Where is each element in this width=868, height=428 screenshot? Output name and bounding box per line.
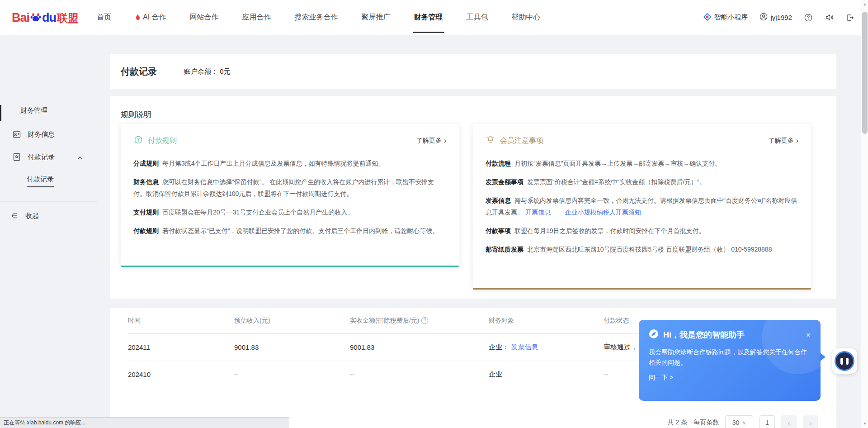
compass-icon [649, 329, 659, 341]
next-page-button[interactable]: › [803, 415, 818, 428]
member-notice-icon [486, 135, 495, 147]
cell-finance-object: 企业 [489, 370, 604, 379]
invoice-info-table-link[interactable]: 发票信息 [511, 343, 538, 351]
flame-icon [135, 14, 141, 23]
payment-rules-card-header: 付款规则 了解更多 › [133, 135, 446, 147]
rules-section-title: 规则说明 [121, 109, 151, 120]
nav-item-website-cooperation[interactable]: 网站合作 [178, 0, 231, 35]
sidebar-item-payment-records[interactable]: 付款记录 [0, 152, 97, 162]
announcement-sound-icon[interactable] [825, 13, 834, 22]
main-nav: 首页 AI 合作 网站合作 应用合作 搜索业务合作 聚屏推广 财务管理 工具包 … [85, 0, 552, 35]
ask-now-link[interactable]: 问一下 > [649, 374, 811, 382]
sidebar-divider [0, 201, 97, 202]
nav-item-help-center[interactable]: 帮助中心 [500, 0, 552, 35]
page-size-select[interactable]: 30 ∨ [725, 415, 753, 428]
member-notice-card-header: 会员注意事项 了解更多 › [486, 135, 798, 147]
baidu-union-logo[interactable]: Bai du 联盟 [12, 10, 79, 25]
nav-item-home[interactable]: 首页 [85, 0, 123, 35]
scroll-up-arrow[interactable]: ▲ [861, 2, 868, 6]
finance-info-icon [12, 130, 21, 139]
browser-scrollbar[interactable]: ▲ ▼ [861, 0, 868, 428]
status-text: 正在等待 xlab.baidu.com 的响应... [4, 419, 85, 426]
assistant-popup-tail [820, 352, 826, 361]
rule-row: 支付规则百度联盟会在每月20号—31号支付企业会员上个自然月产生的收入。 [133, 206, 446, 218]
cell-actual: -- [350, 371, 489, 378]
payment-records-icon [12, 152, 21, 162]
nav-item-toolkit[interactable]: 工具包 [455, 0, 500, 35]
logo-text-du: du [42, 11, 56, 25]
logo-text-union: 联盟 [57, 11, 79, 25]
smart-miniprogram-link[interactable]: 智能小程序 [703, 13, 748, 22]
assistant-robot-avatar[interactable] [832, 348, 857, 374]
payment-rules-more-link[interactable]: 了解更多 › [416, 137, 446, 145]
rule-row: 付款流程月初按“发票信息”页面开具发票→上传发票→邮寄发票→审核→确认支付。 [486, 157, 798, 169]
scroll-down-arrow[interactable]: ▼ [861, 422, 868, 426]
question-circle-icon[interactable]: ? [421, 317, 428, 324]
chevron-right-icon: › [796, 137, 798, 144]
page-size-label: 每页条数 [693, 418, 719, 427]
chevron-right-icon: › [444, 137, 446, 144]
cell-finance-object: 企业： 发票信息 [489, 343, 604, 352]
user-account[interactable]: jyj1992 [760, 13, 792, 22]
prev-page-button[interactable]: ‹ [781, 415, 797, 428]
nav-item-screen-promotion[interactable]: 聚屏推广 [350, 0, 402, 35]
rules-panel: 规则说明 付款规则 了解更多 › 分成规则每月第3或4个工作日产出上月分成信息及… [110, 96, 836, 299]
sidebar-subitem-payment-records[interactable]: 付款记录 [0, 175, 97, 187]
sidebar-section-finance-management[interactable]: 财务管理 [0, 106, 97, 115]
invoice-info-link[interactable]: 开票信息 [525, 209, 551, 216]
sidebar-item-finance-info[interactable]: 财务信息 [0, 130, 97, 139]
col-header-time: 时间 [128, 317, 234, 325]
scrollbar-thumb[interactable] [862, 12, 868, 134]
payment-rules-card: 付款规则 了解更多 › 分成规则每月第3或4个工作日产出上月分成信息及发票信息，… [121, 124, 459, 267]
balance-label: 账户余额： [184, 67, 218, 75]
total-count: 共 2 条 [667, 418, 687, 427]
rule-row: 付款规则若付款状态显示“已支付”，说明联盟已安排了您的付款。支付后三个工作日内到… [133, 225, 446, 237]
assistant-body-text: 我会帮助您诊断合作链路问题，以及解答您关于任何合作相关的问题。 [649, 347, 809, 368]
assistant-title: Hi，我是您的智能助手 [663, 329, 745, 340]
assistant-header: Hi，我是您的智能助手 × [649, 329, 811, 341]
user-icon [760, 13, 768, 22]
robot-face-icon [835, 351, 854, 371]
logout-icon[interactable] [845, 13, 854, 22]
member-notice-card: 会员注意事项 了解更多 › 付款流程月初按“发票信息”页面开具发票→上传发票→邮… [473, 124, 811, 290]
browser-status-bubble: 正在等待 xlab.baidu.com 的响应... [0, 417, 289, 428]
cell-actual: 9001.83 [350, 343, 489, 351]
cell-time: 202411 [128, 343, 234, 351]
pagination: 共 2 条 每页条数 30 ∨ 1 ‹ › [667, 415, 818, 428]
cell-estimated: 9001.83 [234, 343, 350, 351]
logo-text-bai: Bai [12, 11, 29, 25]
chevron-up-icon[interactable] [77, 153, 83, 161]
select-chevron-down-icon: ∨ [742, 420, 746, 426]
nav-item-finance-management[interactable]: 财务管理 [402, 0, 455, 35]
miniprogram-icon [703, 13, 711, 22]
col-header-actual-amount: 实收金额(扣除税费后/元)? [350, 317, 489, 325]
rule-row: 发票金额事项发票票面“价税合计”金额=系统中“实收金额（扣除税费后/元）”。 [486, 176, 798, 188]
cell-estimated: -- [234, 371, 350, 378]
rule-row: 分成规则每月第3或4个工作日产出上月分成信息及发票信息，如有特殊情况将提前通知。 [133, 157, 446, 169]
payment-rules-title: 付款规则 [148, 136, 177, 146]
help-icon[interactable] [804, 13, 813, 22]
page-title: 付款记录 [121, 66, 157, 78]
close-icon[interactable]: × [806, 331, 811, 339]
rule-row: 付款事项联盟在每月19日之后签收的发票，付款时间安排在下个月首批支付。 [486, 225, 798, 237]
account-balance: 账户余额： 0元 [184, 67, 231, 76]
page-number-1[interactable]: 1 [760, 415, 775, 428]
rule-row: 财务信息您可以在财务信息中选择“保留付款”。 在此期间您产生的收入将在账户内进行… [133, 176, 446, 200]
smart-assistant-popup: Hi，我是您的智能助手 × 我会帮助您诊断合作链路问题，以及解答您关于任何合作相… [639, 320, 821, 401]
sidebar: 财务管理 财务信息 付款记录 付款记录 [0, 35, 97, 428]
balance-value: 0元 [220, 67, 230, 75]
rule-row: 邮寄纸质发票北京市海淀区西北旺东路10号院百度科技园5号楼 百度联盟财务组（收）… [486, 243, 798, 255]
small-taxpayer-notice-link[interactable]: 企业小规模纳税人开票须知 [565, 209, 641, 216]
sidebar-collapse-button[interactable]: 收起 [0, 211, 97, 220]
coin-yuan-icon [133, 135, 143, 147]
top-navigation-bar: Bai du 联盟 首页 AI 合作 网站合作 应用合作 搜索业务合作 聚屏推广… [0, 0, 868, 35]
nav-item-ai-cooperation[interactable]: AI 合作 [123, 0, 178, 35]
col-header-finance-object: 财务对象 [489, 317, 604, 325]
member-notice-more-link[interactable]: 了解更多 › [769, 137, 798, 145]
topbar-right-cluster: 智能小程序 jyj1992 [703, 0, 854, 35]
cell-time: 202410 [128, 371, 234, 378]
collapse-icon [10, 211, 19, 220]
paw-icon [30, 11, 42, 25]
nav-item-app-cooperation[interactable]: 应用合作 [231, 0, 283, 35]
nav-item-search-business[interactable]: 搜索业务合作 [283, 0, 350, 35]
